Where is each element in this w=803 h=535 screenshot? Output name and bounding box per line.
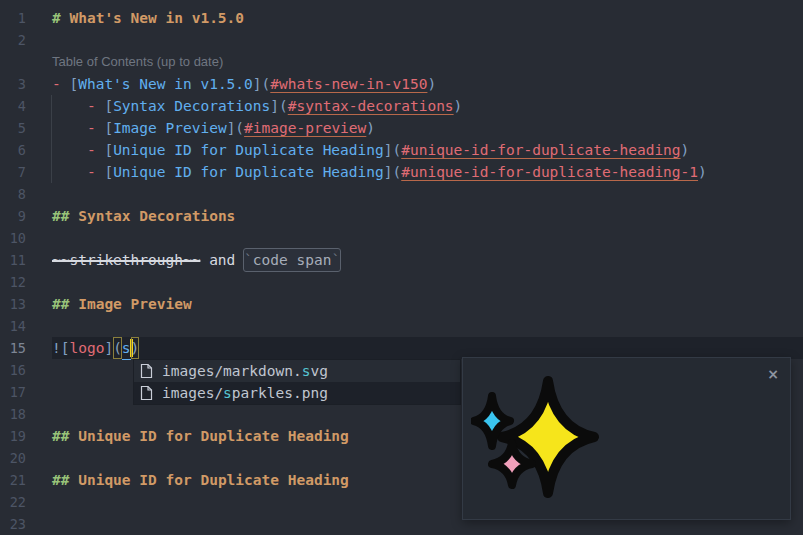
code-token: ): [427, 73, 436, 95]
markdown-editor[interactable]: 1# What's New in v1.5.02Table of Content…: [0, 0, 803, 535]
code-token: #image-preview: [244, 117, 366, 139]
code-token: Syntax Decorations: [78, 205, 235, 227]
code-token: [52, 161, 87, 183]
indent-guide: [51, 117, 52, 139]
line-content: [52, 29, 803, 51]
line-number: 8: [0, 183, 26, 205]
editor-line: 9## Syntax Decorations: [0, 205, 803, 227]
code-token: What's New in v1.5.0: [78, 73, 253, 95]
code-token: ](: [253, 73, 270, 95]
line-number: 14: [0, 315, 26, 337]
line-content: ## Image Preview: [52, 293, 803, 315]
code-token: [: [104, 95, 113, 117]
line-number: 21: [0, 469, 26, 491]
line-number: 1: [0, 7, 26, 29]
line-content: ~~strikethrough~~ and `code span`: [52, 249, 803, 271]
line-number: 18: [0, 403, 26, 425]
line-content: # What's New in v1.5.0: [52, 7, 803, 29]
code-span-box: `code span`: [243, 248, 341, 272]
line-content: - [Unique ID for Duplicate Heading](#uni…: [52, 139, 803, 161]
code-token: -: [87, 161, 104, 183]
line-content: [52, 315, 803, 337]
suggest-item-label: images/sparkles.png: [162, 382, 328, 404]
code-token: [: [104, 117, 113, 139]
line-number: 11: [0, 249, 26, 271]
line-content: - [Image Preview](#image-preview): [52, 117, 803, 139]
codelens-row: Table of Contents (up to date): [0, 51, 803, 73]
editor-line: 4 - [Syntax Decorations](#syntax-decorat…: [0, 95, 803, 117]
line-number: 15: [0, 337, 26, 359]
indent-guide: [51, 139, 52, 161]
code-token: code span: [253, 252, 332, 268]
code-token: ): [366, 117, 375, 139]
editor-line: 13## Image Preview: [0, 293, 803, 315]
code-token: ): [131, 337, 140, 359]
editor-line: 5 - [Image Preview](#image-preview): [0, 117, 803, 139]
code-token: ](: [227, 117, 244, 139]
suggest-item[interactable]: images/markdown.svg: [134, 360, 460, 382]
code-token: ##: [52, 469, 78, 491]
code-token: `: [244, 252, 253, 268]
indent-guide: [51, 161, 52, 183]
code-token: What's New in v1.5.0: [69, 7, 244, 29]
code-token: -: [87, 95, 104, 117]
code-token: ](: [384, 139, 401, 161]
line-number: 20: [0, 447, 26, 469]
code-token: `: [331, 252, 340, 268]
line-number: 6: [0, 139, 26, 161]
suggest-widget: images/markdown.svgimages/sparkles.png: [133, 359, 461, 405]
code-token: -: [52, 73, 69, 95]
code-token: ): [454, 95, 463, 117]
code-token: ): [698, 161, 707, 183]
line-content: Table of Contents (up to date): [52, 51, 803, 73]
image-preview-panel: ×: [462, 357, 791, 520]
code-token: ](: [384, 161, 401, 183]
editor-line: 14: [0, 315, 803, 337]
line-number: 17: [0, 381, 26, 403]
code-token: -: [87, 139, 104, 161]
code-token: Unique ID for Duplicate Heading: [78, 469, 349, 491]
line-content: [52, 227, 803, 249]
line-number: 10: [0, 227, 26, 249]
code-token: #: [52, 7, 69, 29]
code-token: Image Preview: [113, 117, 227, 139]
editor-line: 3- [What's New in v1.5.0](#whats-new-in-…: [0, 73, 803, 95]
editor-line: 7 - [Unique ID for Duplicate Heading](#u…: [0, 161, 803, 183]
line-content: ## Syntax Decorations: [52, 205, 803, 227]
line-content: [52, 271, 803, 293]
editor-line: 12: [0, 271, 803, 293]
indent-guide: [51, 95, 52, 117]
code-token: (: [113, 337, 122, 359]
code-token: ): [681, 139, 690, 161]
code-token: ##: [52, 293, 78, 315]
editor-line: 10: [0, 227, 803, 249]
code-token: ![: [52, 337, 69, 359]
code-token: logo: [69, 337, 104, 359]
code-token: -: [87, 117, 104, 139]
editor-line: 6 - [Unique ID for Duplicate Heading](#u…: [0, 139, 803, 161]
line-number: 3: [0, 73, 26, 95]
code-token: ]: [104, 337, 113, 359]
close-icon[interactable]: ×: [767, 363, 779, 385]
code-token: Unique ID for Duplicate Heading: [113, 161, 384, 183]
code-token: Unique ID for Duplicate Heading: [78, 425, 349, 447]
code-token: [: [69, 73, 78, 95]
code-token: [: [104, 139, 113, 161]
line-number: 9: [0, 205, 26, 227]
table-of-contents-codelens[interactable]: Table of Contents (up to date): [52, 51, 223, 73]
code-token: [52, 117, 87, 139]
suggest-item[interactable]: images/sparkles.png: [134, 382, 460, 404]
line-number: 5: [0, 117, 26, 139]
line-number: 23: [0, 513, 26, 535]
line-number: 19: [0, 425, 26, 447]
line-content: - [Syntax Decorations](#syntax-decoratio…: [52, 95, 803, 117]
line-number: 12: [0, 271, 26, 293]
code-token: Unique ID for Duplicate Heading: [113, 139, 384, 161]
code-token: ##: [52, 205, 78, 227]
code-token: #syntax-decorations: [288, 95, 454, 117]
line-number: 4: [0, 95, 26, 117]
code-token: ##: [52, 425, 78, 447]
suggest-item-label: images/markdown.svg: [162, 360, 328, 382]
code-token: #unique-id-for-duplicate-heading-1: [401, 161, 698, 183]
code-token: [52, 139, 87, 161]
